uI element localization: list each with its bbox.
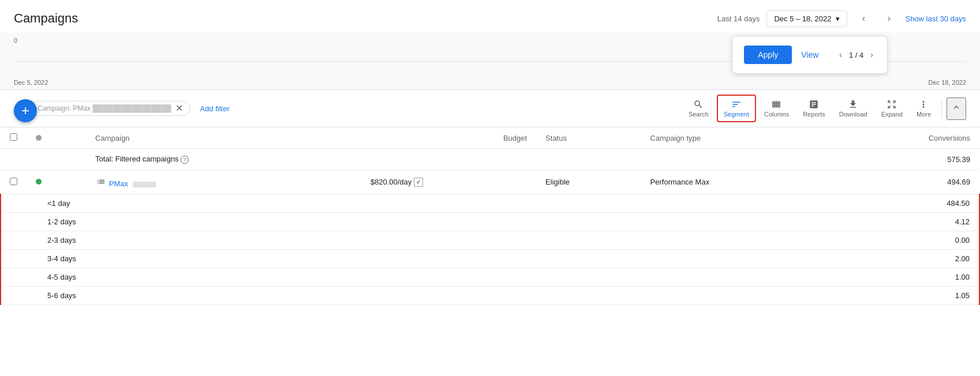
campaign-row-name-cell: PMax [86,170,361,194]
pagination-prev-button[interactable]: ‹ [837,49,844,61]
download-button[interactable]: Download [833,96,873,121]
view-button[interactable]: View [801,50,818,59]
top-header: Campaigns Last 14 days Dec 5 – 18, 2022 … [0,0,980,32]
columns-label: Columns [764,111,789,118]
segment-type-1 [641,213,832,231]
segment-type-4 [641,268,832,287]
reports-icon [809,99,819,110]
add-filter-button[interactable]: Add filter [195,102,234,115]
header-budget[interactable]: Budget [361,127,536,149]
campaign-row-budget-cell: $820.00/day ✓ [361,170,536,194]
segment-conversions-0: 484.50 [832,194,979,213]
toolbar-actions: Search Segment Columns Reports [683,95,966,122]
download-label: Download [839,111,867,118]
segment-button[interactable]: Segment [717,95,756,122]
next-date-button[interactable]: › [880,9,898,28]
reports-label: Reports [803,111,825,118]
campaign-name-link[interactable]: PMax [109,179,128,188]
columns-button[interactable]: Columns [758,96,795,121]
campaign-row-type-cell: Performance Max [641,170,832,194]
status-dot-icon [36,135,42,141]
total-row-conversions: 575.39 [832,149,979,170]
segment-label-5: 5-6 days [1,287,641,305]
segment-row-3: 3-4 days 2.00 [1,250,979,268]
header-status-icon [27,127,86,149]
date-range-text: Dec 5 – 18, 2022 [774,14,831,23]
campaign-row-status-cell: Eligible [536,170,641,194]
header-budget-label: Budget [503,134,527,142]
expand-button[interactable]: Expand [876,96,908,121]
pagination-info: ‹ 1 / 4 › [837,49,876,61]
chevron-down-icon: ▾ [836,14,840,23]
filter-chip-close-icon[interactable]: ✕ [175,104,183,113]
campaign-checkbox[interactable] [10,178,17,185]
segment-conversions-1: 4.12 [832,213,979,231]
segment-type-0 [641,194,832,213]
select-all-checkbox[interactable] [10,133,17,141]
total-row: Total: Filtered campaigns ? 575.39 [1,149,979,170]
header-status[interactable]: Status [536,127,641,149]
page-title: Campaigns [14,11,78,26]
header-checkbox-cell [1,127,27,149]
campaign-row-checkbox-cell[interactable] [1,170,27,194]
total-row-checkbox-cell [1,149,27,170]
apply-popup: Apply View ‹ 1 / 4 › [732,36,888,74]
segment-row-2: 2-3 days 0.00 [1,231,979,250]
show-30-days-link[interactable]: Show last 30 days [905,14,966,23]
segment-row-4: 4-5 days 1.00 [1,268,979,287]
segment-text-1: 1-2 days [47,217,76,226]
segment-text-2: 2-3 days [47,236,76,245]
plus-icon: + [21,103,29,119]
collapse-icon [951,102,962,112]
expand-label: Expand [881,111,903,118]
campaign-row-conversions-cell: 494.69 [832,170,979,194]
segment-label-2: 2-3 days [1,231,641,250]
total-row-campaign-type [641,149,832,170]
segment-text-4: 4-5 days [47,273,76,281]
table-wrapper: Campaign Budget Status Campaign type Con… [0,127,980,305]
segment-text-5: 5-6 days [47,291,76,300]
budget-value: $820.00/day [371,178,412,186]
segment-label: Segment [724,111,749,118]
segment-label-4: 4-5 days [1,268,641,287]
total-row-info-icon[interactable]: ? [181,156,189,164]
date-picker[interactable]: Dec 5 – 18, 2022 ▾ [766,10,847,27]
more-icon [918,99,929,110]
header-campaign-type[interactable]: Campaign type [641,127,832,149]
table-header-row: Campaign Budget Status Campaign type Con… [1,127,979,149]
toolbar-divider [941,99,942,118]
apply-button[interactable]: Apply [744,46,792,64]
header-conversions[interactable]: Conversions [832,127,979,149]
segment-label-0: <1 day [1,194,641,213]
campaign-name-placeholder [133,182,156,187]
total-row-label-cell: Total: Filtered campaigns ? [86,149,361,170]
add-button[interactable]: + [14,99,37,122]
columns-icon [771,99,781,110]
campaign-status-dot [36,179,42,185]
last-days-label: Last 14 days [717,14,760,23]
segment-label-3: 3-4 days [1,250,641,268]
segment-label-1: 1-2 days [1,213,641,231]
total-row-budget-cell [361,149,536,170]
header-status-label: Status [545,134,567,142]
collapse-button[interactable] [947,97,966,120]
segment-text-0: <1 day [47,199,70,208]
campaigns-table: Campaign Budget Status Campaign type Con… [0,127,980,305]
filter-chip-text: Campaign: PMax ████████████████ [38,104,171,112]
campaign-budget: $820.00/day ✓ [371,178,527,187]
pagination-next-button[interactable]: › [868,49,876,61]
reports-button[interactable]: Reports [797,96,831,121]
segment-type-2 [641,231,832,250]
segment-row-5: 5-6 days 1.05 [1,287,979,305]
segment-conversions-2: 0.00 [832,231,979,250]
campaign-type-icon [95,176,107,187]
segment-row-0: <1 day 484.50 [1,194,979,213]
chart-start-date: Dec 5, 2022 [14,79,48,86]
more-button[interactable]: More [911,96,937,121]
prev-date-button[interactable]: ‹ [854,9,873,28]
filter-chip[interactable]: Campaign: PMax ████████████████ ✕ [30,101,190,116]
header-campaign[interactable]: Campaign [86,127,361,149]
search-button[interactable]: Search [683,96,715,121]
segment-conversions-5: 1.05 [832,287,979,305]
segment-conversions-4: 1.00 [832,268,979,287]
